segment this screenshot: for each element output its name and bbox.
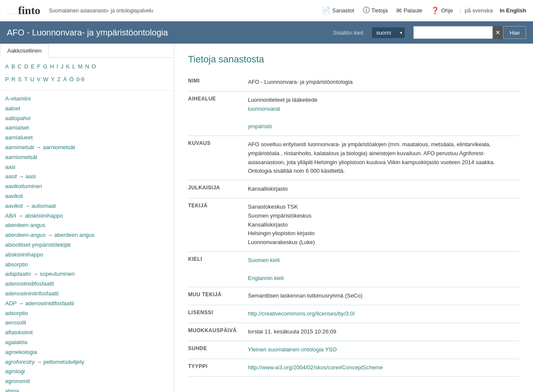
search-clear-button[interactable]: ✕ xyxy=(493,26,503,39)
alpha-link[interactable]: C xyxy=(18,61,21,72)
list-item[interactable]: aberdeen-angus → aberdeen angus xyxy=(5,230,169,240)
list-item[interactable]: absorptio xyxy=(5,260,169,270)
alpha-link[interactable]: R xyxy=(12,74,15,85)
content-title: Tietoja sanastosta xyxy=(188,54,519,65)
alpha-link[interactable]: A xyxy=(5,61,9,72)
alpha-link[interactable]: V xyxy=(37,74,41,85)
list-item[interactable]: adenosiinidifosfaatti xyxy=(5,279,169,289)
alpha-link[interactable]: P xyxy=(5,74,9,85)
alpha-link[interactable]: W xyxy=(43,74,48,85)
list-item[interactable]: aamiaiset xyxy=(5,123,169,133)
info-label: TYYPPI xyxy=(188,359,248,377)
lang-select-wrapper: suomi English ▾ xyxy=(372,27,405,38)
alpha-link[interactable]: H xyxy=(50,61,54,72)
alpha-link[interactable]: B xyxy=(12,61,15,72)
lang-select[interactable]: suomi English xyxy=(372,27,405,38)
list-item[interactable]: ABA → abskisiinihappo xyxy=(5,211,169,221)
list-item[interactable]: aarnimetsät → aarniometsät xyxy=(5,143,169,153)
alpha-link[interactable]: K xyxy=(66,61,70,72)
nav-palaute[interactable]: ✉ Palaute xyxy=(393,5,426,16)
info-value: torstai 11. kesäkuuta 2015 10:26:09 xyxy=(248,323,519,341)
info-link[interactable]: luonnonvarat xyxy=(248,105,519,114)
list-item[interactable]: adenosiininitrifosfaatti xyxy=(5,289,169,299)
alpha-link[interactable]: L xyxy=(72,61,75,72)
alpha-link[interactable]: G xyxy=(43,61,47,72)
info-link[interactable]: ympäristö xyxy=(248,122,519,131)
list-item[interactable]: aavikot → autiomaat xyxy=(5,201,169,211)
list-item[interactable]: aarniometsät xyxy=(5,153,169,162)
alpha-link[interactable]: U xyxy=(30,74,34,85)
alpha-link[interactable]: Ä xyxy=(63,74,67,85)
alpha-link[interactable]: F xyxy=(37,61,41,72)
list-item[interactable]: agroekologia xyxy=(5,348,169,357)
list-item[interactable]: aasi xyxy=(5,162,169,172)
nav-sanastot[interactable]: 📄 Sanastot xyxy=(318,5,357,16)
tab-aakkosellinen[interactable]: Aakkosellinen xyxy=(0,44,49,58)
info-label: TEKIJÄ xyxy=(188,198,248,251)
list-item[interactable]: aasit → aasi xyxy=(5,172,169,182)
info-value: AFO soveltuu erityisesti luonnonvara- ja… xyxy=(248,136,519,180)
info-icon: ⓘ xyxy=(363,6,370,15)
alpha-link[interactable]: Y xyxy=(51,74,55,85)
nav-palaute-label: Palaute xyxy=(403,7,422,14)
info-link[interactable]: http://www.w3.org/2004/02/skos/core#Conc… xyxy=(248,363,519,372)
top-header: ...... finto Suomalainen asiasanasto- ja… xyxy=(0,0,533,21)
list-item[interactable]: adsorptio xyxy=(5,309,169,318)
list-item[interactable]: agrologi xyxy=(5,367,169,377)
logo[interactable]: ...... finto xyxy=(7,4,40,17)
info-link[interactable]: http://creativecommons.org/licenses/by/3… xyxy=(248,309,519,318)
list-item[interactable]: aflatoksiinit xyxy=(5,328,169,338)
content-area: Tietoja sanastosta NIMIAFO - Luonnonvara… xyxy=(174,44,533,392)
nav-ohje[interactable]: ❓ Ohje xyxy=(427,5,456,16)
info-link[interactable]: Yleinen suomalainen ontologia YSO xyxy=(248,345,519,354)
list-item[interactable]: aarnialueet xyxy=(5,133,169,143)
list-item[interactable]: adaptaatio → sopeutuminen xyxy=(5,269,169,279)
search-input[interactable] xyxy=(413,26,493,39)
table-row: LISENSSIhttp://creativecommons.org/licen… xyxy=(188,305,519,323)
list-item[interactable]: abskisiinihappo xyxy=(5,250,169,260)
info-label: NIMI xyxy=(188,74,248,91)
alpha-link[interactable]: M xyxy=(78,61,82,72)
info-link[interactable]: Englannin kieli xyxy=(248,274,519,283)
info-value: http://creativecommons.org/licenses/by/3… xyxy=(248,305,519,323)
alpha-link[interactable]: T xyxy=(24,74,28,85)
list-item[interactable]: aberdeen angus xyxy=(5,221,169,230)
nav-tietoja[interactable]: ⓘ Tietoja xyxy=(359,4,392,17)
table-row: JULKAISIJAKansalliskirjasto xyxy=(188,180,519,198)
alpha-link[interactable]: E xyxy=(31,61,35,72)
table-row: KUVAUSAFO soveltuu erityisesti luonnonva… xyxy=(188,136,519,180)
list-item[interactable]: aavikoituminen xyxy=(5,182,169,192)
info-link[interactable]: Suomen kieli xyxy=(248,256,519,265)
list-item[interactable]: aaloet xyxy=(5,104,169,114)
info-value: Luonnontieteet ja lääketiedeluonnonvarat… xyxy=(248,91,519,136)
alpha-nav: ABCDEFGHIJKLMNO PRSTUVWYZÄÖ0-9 xyxy=(0,58,174,91)
alpha-link[interactable]: N xyxy=(85,61,89,72)
list-item[interactable]: abioottiset ympäristötekijät xyxy=(5,240,169,250)
alpha-link[interactable]: Z xyxy=(57,74,61,85)
search-button[interactable]: Hae xyxy=(503,26,526,39)
list-item[interactable]: aaltopahvi xyxy=(5,114,169,124)
list-item[interactable]: agronomit xyxy=(5,377,169,386)
lang-svenska[interactable]: på svenska xyxy=(465,7,493,14)
table-row: TYYPPIhttp://www.w3.org/2004/02/skos/cor… xyxy=(188,359,519,377)
alpha-link[interactable]: J xyxy=(61,61,64,72)
alpha-link[interactable]: D xyxy=(24,61,28,72)
alpha-link[interactable]: S xyxy=(18,74,22,85)
alpha-link[interactable]: O xyxy=(92,61,96,72)
list-item[interactable]: A-vitamiini xyxy=(5,94,169,104)
list-item[interactable]: agalaktia xyxy=(5,338,169,348)
list-item[interactable]: ADP → adenosiinidifosfaatti xyxy=(5,299,169,309)
sidebar-tabs: Aakkosellinen xyxy=(0,44,174,58)
alpha-link[interactable]: 0-9 xyxy=(76,74,84,85)
search-box: ✕ Hae xyxy=(413,26,526,39)
list-item[interactable]: aerosolit xyxy=(5,318,169,328)
info-value: AFO - Luonnonvara- ja ympäristöontologia xyxy=(248,74,519,91)
info-value: Kansalliskirjasto xyxy=(248,180,519,198)
alpha-link[interactable]: I xyxy=(56,61,58,72)
list-item[interactable]: agroforestry → peltometsäviljely xyxy=(5,357,169,367)
list-item[interactable]: ahma xyxy=(5,386,169,392)
info-label: MUU TEKIJÄ xyxy=(188,287,248,305)
alpha-link[interactable]: Ö xyxy=(69,74,74,85)
list-item[interactable]: aavikot xyxy=(5,192,169,201)
lang-english[interactable]: in English xyxy=(500,7,526,14)
